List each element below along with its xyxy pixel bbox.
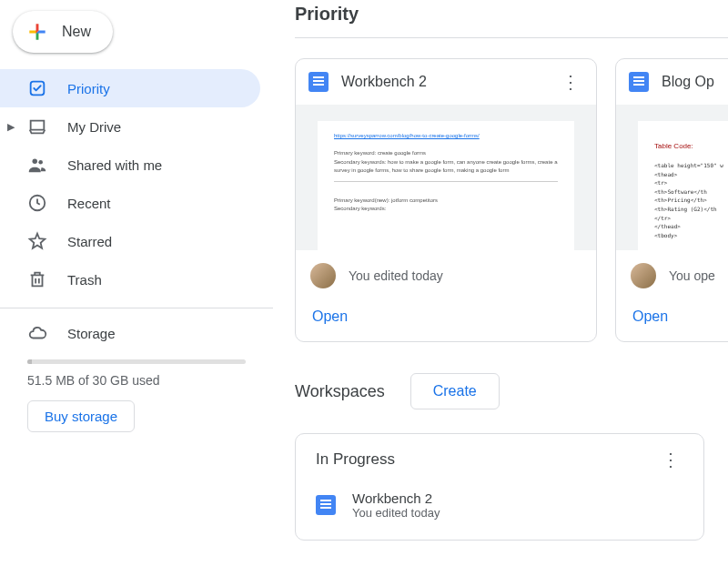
cloud-icon — [27, 323, 47, 343]
svg-point-1 — [33, 159, 38, 165]
card-preview: Table Code: <table height="150" w <thead… — [616, 105, 728, 250]
priority-cards-row: Workbench 2 ⋮ https://surveysparrow.com/… — [295, 58, 728, 342]
workspace-card[interactable]: In Progress ⋮ Workbench 2 You edited tod… — [295, 433, 704, 541]
trash-icon — [27, 269, 47, 289]
storage-bar-fill — [27, 359, 32, 364]
preview-text: Primary keyword(new): jotform competitor… — [334, 197, 558, 206]
divider — [295, 37, 728, 38]
priority-icon — [27, 78, 47, 98]
sidebar-item-trash[interactable]: Trash — [0, 260, 260, 298]
card-meta: You ope — [616, 250, 728, 298]
new-button[interactable]: New — [13, 11, 113, 53]
card-meta-text: You edited today — [349, 268, 443, 283]
buy-storage-button[interactable]: Buy storage — [27, 400, 135, 432]
sidebar-item-label: Trash — [67, 272, 102, 288]
storage-bar — [27, 359, 246, 364]
sidebar-item-label: Shared with me — [67, 157, 162, 173]
card-header: Workbench 2 ⋮ — [296, 59, 596, 105]
sidebar-item-label: My Drive — [67, 119, 121, 135]
clock-icon — [27, 193, 47, 213]
docs-icon — [308, 72, 329, 92]
workspaces-header: Workspaces Create — [295, 373, 728, 409]
preview-page: https://surveysparrow.com/blog/how-to-cr… — [318, 121, 574, 250]
sidebar-item-starred[interactable]: Starred — [0, 222, 260, 260]
more-menu-icon[interactable]: ⋮ — [558, 73, 583, 91]
sidebar-item-recent[interactable]: Recent — [0, 184, 260, 222]
workspaces-title: Workspaces — [295, 382, 385, 401]
preview-text: Secondary keywords: how to make a google… — [334, 158, 558, 176]
sidebar-item-label: Starred — [67, 234, 112, 249]
avatar — [631, 263, 656, 288]
priority-card[interactable]: Workbench 2 ⋮ https://surveysparrow.com/… — [295, 58, 597, 342]
sidebar-item-my-drive[interactable]: ▶ My Drive — [0, 107, 260, 146]
docs-icon — [629, 72, 649, 92]
workspace-item-title: Workbench 2 — [352, 490, 440, 506]
preview-link: https://surveysparrow.com/blog/how-to-cr… — [334, 132, 558, 141]
people-icon — [27, 155, 47, 175]
open-button[interactable]: Open — [296, 298, 596, 341]
sidebar-item-label: Recent — [67, 196, 111, 211]
preview-heading: Table Code: — [654, 141, 728, 153]
avatar — [310, 263, 336, 288]
sidebar-item-shared[interactable]: Shared with me — [0, 146, 260, 184]
priority-card[interactable]: Blog Op Table Code: <table height="150" … — [615, 58, 728, 342]
new-button-label: New — [62, 24, 91, 40]
workspace-item[interactable]: Workbench 2 You edited today — [316, 487, 683, 523]
create-workspace-button[interactable]: Create — [410, 373, 500, 409]
svg-point-2 — [38, 160, 43, 165]
sidebar-item-label: Priority — [67, 81, 110, 96]
workspace-title: In Progress — [316, 450, 395, 469]
storage-used-text: 51.5 MB of 30 GB used — [27, 373, 273, 388]
preview-text: Secondary keywords: — [334, 205, 558, 214]
workspace-item-text: Workbench 2 You edited today — [352, 490, 440, 520]
workspace-item-sub: You edited today — [352, 506, 440, 520]
sidebar-item-priority[interactable]: Priority — [0, 69, 260, 107]
card-meta-text: You ope — [669, 268, 715, 283]
card-preview: https://surveysparrow.com/blog/how-to-cr… — [296, 105, 596, 250]
open-button[interactable]: Open — [616, 298, 728, 341]
page-title: Priority — [295, 0, 728, 37]
preview-text: Primary keyword: create google forms — [334, 149, 558, 158]
card-header: Blog Op — [616, 59, 728, 105]
sidebar-item-storage[interactable]: Storage — [0, 314, 260, 352]
card-title: Workbench 2 — [341, 74, 545, 90]
main-content: Priority Workbench 2 ⋮ https://surveyspa… — [273, 0, 728, 566]
card-meta: You edited today — [296, 250, 596, 298]
card-title: Blog Op — [662, 74, 728, 90]
preview-code: <table height="150" w <thead> <tr> <th>S… — [654, 161, 728, 239]
sidebar: New Priority ▶ My Drive Shared with me — [0, 0, 273, 566]
divider — [0, 308, 273, 308]
nav-list: Priority ▶ My Drive Shared with me Recen… — [0, 69, 273, 298]
plus-icon — [25, 20, 49, 44]
workspace-card-header: In Progress ⋮ — [316, 450, 683, 469]
docs-icon — [316, 495, 336, 515]
storage-label: Storage — [67, 326, 116, 341]
preview-page: Table Code: <table height="150" w <thead… — [638, 121, 728, 250]
star-icon — [27, 231, 47, 251]
chevron-right-icon[interactable]: ▶ — [7, 121, 15, 133]
more-menu-icon[interactable]: ⋮ — [658, 450, 683, 469]
drive-icon — [27, 116, 47, 136]
